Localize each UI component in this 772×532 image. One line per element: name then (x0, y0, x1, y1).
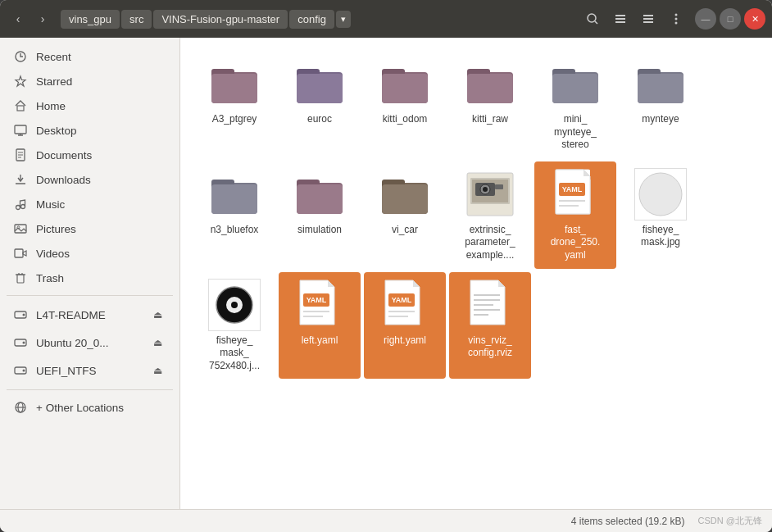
nav-buttons: ‹ › (7, 7, 54, 30)
file-label-fisheye-mask-752: fisheye_mask_752x480.j... (209, 334, 260, 373)
file-item-simulation[interactable]: simulation (279, 161, 361, 269)
file-item-vi-car[interactable]: vi_car (364, 161, 446, 269)
file-label-euroc: euroc (307, 113, 332, 126)
file-label-kitti-odom: kitti_odom (383, 113, 428, 126)
file-label-left-yaml: left.yaml (302, 334, 338, 348)
file-item-mynteye[interactable]: mynteye (620, 51, 702, 158)
file-item-fisheye-mask-752[interactable]: fisheye_mask_752x480.j... (193, 272, 275, 380)
svg-point-8 (675, 14, 678, 16)
file-label-n3-bluefox: n3_bluefox (211, 224, 259, 237)
sidebar-label-downloads: Downloads (36, 174, 166, 186)
breadcrumb-src[interactable]: src (121, 10, 152, 29)
sidebar-item-desktop[interactable]: Desktop (3, 118, 176, 143)
nav-back-button[interactable]: ‹ (7, 7, 30, 30)
search-button[interactable] (580, 7, 605, 31)
sidebar-label-home: Home (36, 100, 166, 112)
sidebar-item-downloads[interactable]: Downloads (3, 167, 176, 192)
svg-rect-27 (15, 249, 23, 257)
pictures-icon (13, 221, 28, 236)
eject-uefi-button[interactable]: ⏏ (148, 361, 166, 380)
file-item-right-yaml[interactable]: YAML right.yaml (364, 272, 446, 380)
window-maximize-button[interactable]: □ (720, 8, 741, 30)
breadcrumb-dropdown-button[interactable]: ▾ (336, 11, 351, 28)
svg-rect-61 (211, 184, 257, 214)
file-label-right-yaml: right.yaml (384, 334, 426, 348)
svg-rect-55 (552, 74, 598, 103)
file-item-a3-ptgrey[interactable]: A3_ptgrey (193, 51, 275, 158)
svg-rect-52 (467, 74, 513, 103)
status-text: 4 items selected (19.2 kB) (571, 516, 685, 527)
view-list-icon (614, 12, 627, 25)
file-item-vins-rviz-config[interactable]: vins_rviz_config.rviz (449, 272, 531, 380)
svg-point-83 (639, 173, 682, 216)
window-close-button[interactable]: ✕ (744, 8, 765, 30)
desktop-icon (13, 123, 28, 138)
sidebar-item-l4t-readme[interactable]: L4T-README ⏏ (3, 301, 176, 329)
sidebar-label-pictures: Pictures (36, 223, 166, 235)
sidebar-item-starred[interactable]: Starred (3, 69, 176, 93)
sidebar-item-ubuntu20[interactable]: Ubuntu 20_0... ⏏ (3, 329, 176, 357)
svg-text:YAML: YAML (307, 296, 327, 304)
home-icon (13, 98, 28, 113)
file-item-n3-bluefox[interactable]: n3_bluefox (193, 161, 275, 269)
titlebar: ‹ › vins_gpu src VINS-Fusion-gpu-master … (0, 0, 772, 38)
sidebar-item-recent[interactable]: Recent (3, 44, 176, 69)
svg-rect-49 (382, 74, 428, 103)
sidebar-divider-other (7, 389, 173, 390)
file-item-fast-drone-yaml[interactable]: YAML fast_drone_250.yaml (534, 161, 616, 269)
svg-text:YAML: YAML (392, 296, 412, 304)
view-options-icon (642, 12, 655, 25)
svg-rect-2 (615, 15, 625, 16)
videos-icon (13, 246, 28, 261)
svg-point-35 (23, 342, 25, 344)
svg-line-1 (595, 21, 597, 24)
file-item-kitti-odom[interactable]: kitti_odom (364, 51, 446, 158)
file-item-euroc[interactable]: euroc (279, 51, 361, 158)
sidebar-item-videos[interactable]: Videos (3, 241, 176, 266)
view-list-button[interactable] (608, 7, 633, 31)
sidebar-item-other-locations[interactable]: + Other Locations (3, 395, 176, 420)
window-controls: — □ ✕ (695, 8, 765, 30)
file-icon-extrinsic (464, 168, 516, 221)
folder-icon-simulation (293, 168, 346, 221)
file-area: A3_ptgrey euroc (180, 38, 772, 509)
folder-icon-vi-car (379, 168, 431, 221)
menu-button[interactable] (664, 7, 688, 31)
window-minimize-button[interactable]: — (695, 8, 716, 30)
svg-rect-29 (17, 275, 24, 283)
trash-icon (13, 271, 28, 285)
file-item-fisheye-mask-jpg[interactable]: fisheye_mask.jpg (620, 161, 702, 269)
svg-point-23 (16, 206, 20, 210)
svg-rect-6 (643, 18, 653, 20)
file-label-fisheye-mask-jpg: fisheye_mask.jpg (641, 224, 680, 249)
sidebar-item-pictures[interactable]: Pictures (3, 216, 176, 241)
statusbar: 4 items selected (19.2 kB) CSDN @北无锋 (0, 509, 772, 532)
breadcrumb-config[interactable]: config (289, 10, 334, 29)
sidebar: Recent Starred Home (0, 38, 180, 509)
file-item-extrinsic[interactable]: extrinsic_parameter_example.... (449, 161, 531, 269)
nav-forward-button[interactable]: › (31, 7, 54, 30)
recent-icon (13, 49, 28, 64)
sidebar-label-recent: Recent (36, 51, 166, 63)
file-label-mini-mynteye-stereo: mini_mynteye_stereo (554, 113, 597, 152)
file-item-left-yaml[interactable]: YAML left.yaml (279, 272, 361, 380)
window: ‹ › vins_gpu src VINS-Fusion-gpu-master … (0, 0, 772, 532)
sidebar-item-music[interactable]: Music (3, 192, 176, 216)
view-more-button[interactable] (636, 7, 661, 31)
file-item-kitti-raw[interactable]: kitti_raw (449, 51, 531, 158)
file-item-mini-mynteye-stereo[interactable]: mini_mynteye_stereo (534, 51, 616, 158)
file-icon-fisheye-mask (634, 168, 687, 221)
svg-point-24 (21, 205, 25, 209)
sidebar-item-uefi-ntfs[interactable]: UEFI_NTFS ⏏ (3, 357, 176, 384)
documents-icon (13, 148, 28, 162)
sidebar-item-home[interactable]: Home (3, 93, 176, 118)
drive-icon-l4t (13, 307, 28, 322)
svg-rect-13 (17, 106, 24, 111)
breadcrumb-vins-fusion-gpu-master[interactable]: VINS-Fusion-gpu-master (153, 10, 288, 29)
sidebar-item-documents[interactable]: Documents (3, 143, 176, 167)
downloads-icon (13, 172, 28, 187)
sidebar-item-trash[interactable]: Trash (3, 266, 176, 290)
eject-ubuntu20-button[interactable]: ⏏ (148, 334, 166, 352)
eject-l4t-button[interactable]: ⏏ (148, 306, 166, 324)
breadcrumb-vins-gpu[interactable]: vins_gpu (61, 10, 120, 29)
